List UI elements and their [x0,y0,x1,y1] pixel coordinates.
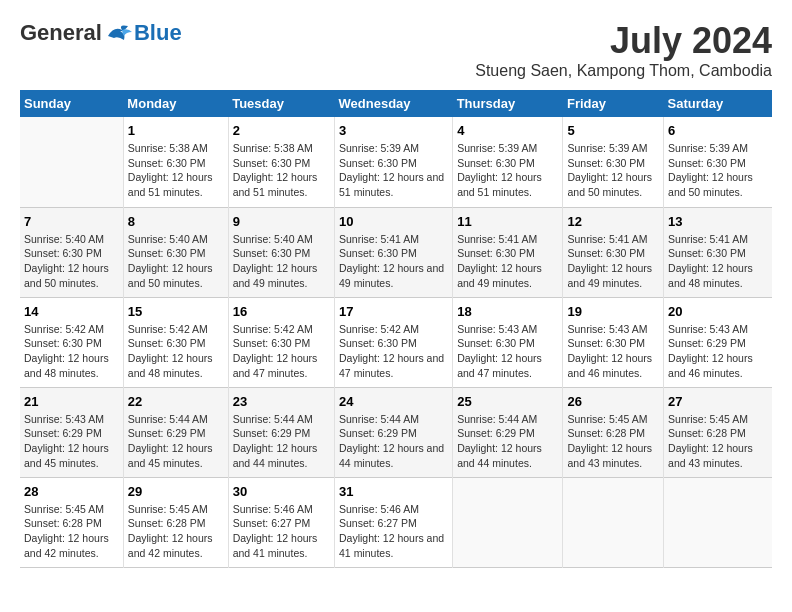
calendar-cell: 4Sunrise: 5:39 AM Sunset: 6:30 PM Daylig… [453,117,563,207]
column-header-saturday: Saturday [664,90,772,117]
calendar-cell: 7Sunrise: 5:40 AM Sunset: 6:30 PM Daylig… [20,207,123,297]
calendar-cell: 17Sunrise: 5:42 AM Sunset: 6:30 PM Dayli… [335,297,453,387]
day-info: Sunrise: 5:39 AM Sunset: 6:30 PM Dayligh… [668,141,768,200]
column-header-thursday: Thursday [453,90,563,117]
calendar-cell: 1Sunrise: 5:38 AM Sunset: 6:30 PM Daylig… [123,117,228,207]
day-number: 9 [233,214,330,229]
day-number: 8 [128,214,224,229]
day-number: 30 [233,484,330,499]
day-info: Sunrise: 5:45 AM Sunset: 6:28 PM Dayligh… [567,412,659,471]
day-info: Sunrise: 5:42 AM Sunset: 6:30 PM Dayligh… [233,322,330,381]
day-info: Sunrise: 5:43 AM Sunset: 6:30 PM Dayligh… [567,322,659,381]
day-info: Sunrise: 5:46 AM Sunset: 6:27 PM Dayligh… [339,502,448,561]
title-section: July 2024 Stueng Saen, Kampong Thom, Cam… [475,20,772,80]
day-number: 11 [457,214,558,229]
day-info: Sunrise: 5:40 AM Sunset: 6:30 PM Dayligh… [233,232,330,291]
calendar-cell: 25Sunrise: 5:44 AM Sunset: 6:29 PM Dayli… [453,387,563,477]
day-number: 29 [128,484,224,499]
day-number: 3 [339,123,448,138]
day-number: 6 [668,123,768,138]
column-header-sunday: Sunday [20,90,123,117]
logo-general-text: General [20,20,102,46]
calendar-cell: 21Sunrise: 5:43 AM Sunset: 6:29 PM Dayli… [20,387,123,477]
day-info: Sunrise: 5:39 AM Sunset: 6:30 PM Dayligh… [457,141,558,200]
day-info: Sunrise: 5:42 AM Sunset: 6:30 PM Dayligh… [339,322,448,381]
calendar-cell: 3Sunrise: 5:39 AM Sunset: 6:30 PM Daylig… [335,117,453,207]
logo-blue-text: Blue [134,20,182,46]
day-number: 21 [24,394,119,409]
day-info: Sunrise: 5:43 AM Sunset: 6:29 PM Dayligh… [668,322,768,381]
calendar-cell: 30Sunrise: 5:46 AM Sunset: 6:27 PM Dayli… [228,477,334,567]
calendar-cell: 2Sunrise: 5:38 AM Sunset: 6:30 PM Daylig… [228,117,334,207]
day-number: 15 [128,304,224,319]
day-number: 1 [128,123,224,138]
day-number: 7 [24,214,119,229]
calendar-cell: 22Sunrise: 5:44 AM Sunset: 6:29 PM Dayli… [123,387,228,477]
calendar-week-row: 7Sunrise: 5:40 AM Sunset: 6:30 PM Daylig… [20,207,772,297]
calendar-cell: 27Sunrise: 5:45 AM Sunset: 6:28 PM Dayli… [664,387,772,477]
calendar-cell: 5Sunrise: 5:39 AM Sunset: 6:30 PM Daylig… [563,117,664,207]
day-number: 26 [567,394,659,409]
calendar-header-row: SundayMondayTuesdayWednesdayThursdayFrid… [20,90,772,117]
day-info: Sunrise: 5:41 AM Sunset: 6:30 PM Dayligh… [567,232,659,291]
day-number: 25 [457,394,558,409]
day-info: Sunrise: 5:44 AM Sunset: 6:29 PM Dayligh… [233,412,330,471]
calendar-table: SundayMondayTuesdayWednesdayThursdayFrid… [20,90,772,568]
day-info: Sunrise: 5:42 AM Sunset: 6:30 PM Dayligh… [24,322,119,381]
day-number: 14 [24,304,119,319]
day-number: 12 [567,214,659,229]
day-number: 10 [339,214,448,229]
day-info: Sunrise: 5:40 AM Sunset: 6:30 PM Dayligh… [24,232,119,291]
logo: General Blue [20,20,182,46]
calendar-cell [664,477,772,567]
calendar-cell: 13Sunrise: 5:41 AM Sunset: 6:30 PM Dayli… [664,207,772,297]
day-number: 19 [567,304,659,319]
logo-bird-icon [106,22,134,44]
calendar-week-row: 21Sunrise: 5:43 AM Sunset: 6:29 PM Dayli… [20,387,772,477]
day-info: Sunrise: 5:41 AM Sunset: 6:30 PM Dayligh… [339,232,448,291]
column-header-wednesday: Wednesday [335,90,453,117]
day-info: Sunrise: 5:38 AM Sunset: 6:30 PM Dayligh… [233,141,330,200]
day-info: Sunrise: 5:41 AM Sunset: 6:30 PM Dayligh… [668,232,768,291]
day-number: 4 [457,123,558,138]
calendar-cell [563,477,664,567]
calendar-cell: 26Sunrise: 5:45 AM Sunset: 6:28 PM Dayli… [563,387,664,477]
column-header-tuesday: Tuesday [228,90,334,117]
calendar-cell: 16Sunrise: 5:42 AM Sunset: 6:30 PM Dayli… [228,297,334,387]
day-number: 16 [233,304,330,319]
day-number: 23 [233,394,330,409]
day-number: 24 [339,394,448,409]
day-number: 17 [339,304,448,319]
day-info: Sunrise: 5:44 AM Sunset: 6:29 PM Dayligh… [457,412,558,471]
day-number: 18 [457,304,558,319]
day-number: 13 [668,214,768,229]
calendar-week-row: 1Sunrise: 5:38 AM Sunset: 6:30 PM Daylig… [20,117,772,207]
calendar-cell: 31Sunrise: 5:46 AM Sunset: 6:27 PM Dayli… [335,477,453,567]
calendar-cell: 15Sunrise: 5:42 AM Sunset: 6:30 PM Dayli… [123,297,228,387]
location-subtitle: Stueng Saen, Kampong Thom, Cambodia [475,62,772,80]
day-info: Sunrise: 5:45 AM Sunset: 6:28 PM Dayligh… [24,502,119,561]
day-number: 22 [128,394,224,409]
calendar-cell: 11Sunrise: 5:41 AM Sunset: 6:30 PM Dayli… [453,207,563,297]
day-info: Sunrise: 5:40 AM Sunset: 6:30 PM Dayligh… [128,232,224,291]
day-info: Sunrise: 5:45 AM Sunset: 6:28 PM Dayligh… [668,412,768,471]
day-number: 27 [668,394,768,409]
day-info: Sunrise: 5:44 AM Sunset: 6:29 PM Dayligh… [128,412,224,471]
calendar-cell: 24Sunrise: 5:44 AM Sunset: 6:29 PM Dayli… [335,387,453,477]
calendar-cell: 29Sunrise: 5:45 AM Sunset: 6:28 PM Dayli… [123,477,228,567]
calendar-cell: 23Sunrise: 5:44 AM Sunset: 6:29 PM Dayli… [228,387,334,477]
calendar-week-row: 14Sunrise: 5:42 AM Sunset: 6:30 PM Dayli… [20,297,772,387]
column-header-friday: Friday [563,90,664,117]
day-info: Sunrise: 5:42 AM Sunset: 6:30 PM Dayligh… [128,322,224,381]
calendar-cell: 14Sunrise: 5:42 AM Sunset: 6:30 PM Dayli… [20,297,123,387]
column-header-monday: Monday [123,90,228,117]
day-info: Sunrise: 5:44 AM Sunset: 6:29 PM Dayligh… [339,412,448,471]
day-number: 2 [233,123,330,138]
day-number: 5 [567,123,659,138]
calendar-cell: 8Sunrise: 5:40 AM Sunset: 6:30 PM Daylig… [123,207,228,297]
page-header: General Blue July 2024 Stueng Saen, Kamp… [20,20,772,80]
calendar-cell: 12Sunrise: 5:41 AM Sunset: 6:30 PM Dayli… [563,207,664,297]
day-info: Sunrise: 5:39 AM Sunset: 6:30 PM Dayligh… [339,141,448,200]
calendar-cell: 9Sunrise: 5:40 AM Sunset: 6:30 PM Daylig… [228,207,334,297]
day-info: Sunrise: 5:45 AM Sunset: 6:28 PM Dayligh… [128,502,224,561]
